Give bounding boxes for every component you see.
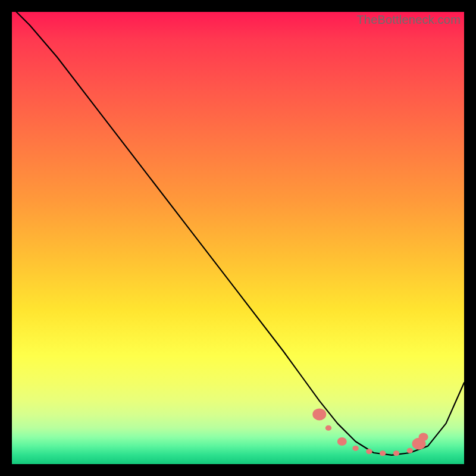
marker-dot <box>419 433 428 441</box>
marker-dot <box>407 448 413 453</box>
watermark-label: TheBottleneck.com <box>356 13 461 27</box>
bottleneck-chart <box>12 12 464 464</box>
marker-dot <box>380 450 386 456</box>
bottleneck-curve-path <box>17 12 464 455</box>
marker-dot <box>393 450 399 456</box>
marker-dot <box>352 446 358 451</box>
marker-group <box>312 408 428 456</box>
marker-dot <box>312 408 326 420</box>
marker-dot <box>366 449 372 454</box>
chart-frame: TheBottleneck.com <box>12 12 464 464</box>
marker-dot <box>325 425 331 431</box>
marker-dot <box>337 437 347 446</box>
